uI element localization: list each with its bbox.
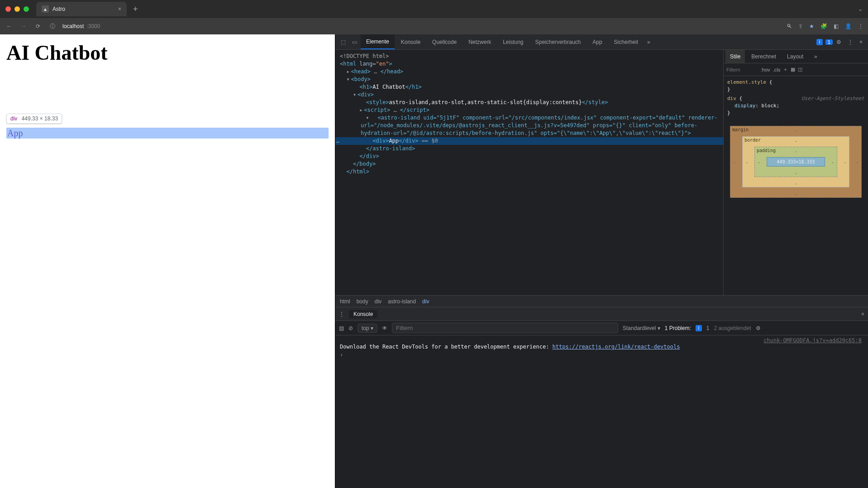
rule-selector: element.style — [727, 79, 766, 85]
new-style-rule-icon[interactable]: ＋ — [783, 66, 788, 73]
console-body[interactable]: chunk-OMFGODFA.js?v=add20c65:8 Download … — [335, 335, 868, 488]
tab-favicon: ▲ — [42, 5, 49, 13]
styles-tab-layout[interactable]: Layout — [782, 50, 808, 63]
rule-selector: div — [727, 96, 736, 101]
dom-h1-close: </h1> — [405, 84, 422, 90]
dom-selected-row[interactable]: … <div>App</div> == $0 — [335, 137, 723, 145]
close-tab-icon[interactable]: × — [118, 6, 121, 12]
inspect-tooltip: div 449.33 × 18.33 — [6, 114, 62, 124]
console-prompt[interactable]: › — [340, 350, 863, 358]
console-source-link[interactable]: chunk-OMFGODFA.js?v=add20c65:8 — [340, 337, 863, 344]
crumb-div[interactable]: div — [375, 298, 382, 305]
hov-toggle[interactable]: :hov — [761, 67, 770, 72]
site-info-icon[interactable]: ⓘ — [48, 23, 57, 30]
crumb-div-selected[interactable]: div — [422, 298, 429, 305]
drawer-menu-icon[interactable]: ⋮ — [339, 311, 344, 317]
tab-network[interactable]: Netzwerk — [463, 34, 496, 49]
issues-count[interactable]: 1 — [825, 39, 833, 45]
computed-toggle-icon[interactable]: ◫ — [798, 67, 802, 72]
dom-astro-close: </astro-island> — [366, 145, 415, 152]
live-expression-icon[interactable]: 👁 — [382, 325, 387, 331]
share-icon[interactable]: ⇪ — [798, 23, 803, 29]
console-msg-link[interactable]: https://reactjs.org/link/react-devtools — [553, 344, 680, 350]
issues-icon[interactable]: i — [816, 39, 823, 45]
device-toolbar-icon[interactable]: ▭ — [349, 39, 360, 45]
flex-editor-icon[interactable]: ▦ — [791, 67, 795, 72]
problem-icon[interactable]: i — [696, 325, 702, 331]
tab-sources[interactable]: Quellcode — [427, 34, 462, 49]
extensions-icon[interactable]: 🧩 — [820, 23, 827, 29]
tab-performance[interactable]: Leistung — [497, 34, 529, 49]
context-selector[interactable]: top ▾ — [358, 324, 377, 333]
bm-padding-label: padding — [757, 148, 776, 153]
styles-pane: Stile Berechnet Layout » :hov .cls ＋ ▦ ◫… — [723, 50, 868, 295]
styles-tabs: Stile Berechnet Layout » — [724, 50, 868, 63]
url-field[interactable]: localhost:3000 — [62, 23, 100, 29]
maximize-window-button[interactable] — [24, 6, 29, 12]
styles-tab-computed[interactable]: Berechnet — [747, 50, 781, 63]
box-model: margin ---- border ---- padding ---- 449… — [724, 120, 868, 204]
console-drawer-tab[interactable]: Konsole — [349, 310, 377, 318]
crumb-html[interactable]: html — [340, 298, 350, 305]
log-level-label: Standardlevel — [623, 325, 656, 331]
more-styles-tabs-icon[interactable]: » — [810, 50, 822, 63]
dom-sel-open: <div> — [372, 138, 389, 144]
profile-icon[interactable]: 👤 — [845, 23, 852, 29]
problem-label[interactable]: 1 Problem: — [665, 325, 691, 331]
tab-title: Astro — [52, 6, 65, 12]
reload-button[interactable]: ⟳ — [33, 23, 43, 29]
minimize-window-button[interactable] — [14, 6, 20, 12]
tab-memory[interactable]: Speicherverbrauch — [530, 34, 587, 49]
toolbar-right: 🔍︎ ⇪ ★ 🧩 ◧ 👤 ⋮ — [787, 23, 863, 29]
menu-icon[interactable]: ⋮ — [858, 23, 863, 29]
dom-body: <body> — [351, 76, 370, 82]
console-sidebar-icon[interactable]: ▤ — [339, 325, 344, 331]
console-filter-input[interactable] — [392, 323, 618, 333]
styles-rules[interactable]: element.style { } div {User-Agent-Styles… — [724, 76, 868, 120]
console-settings-icon[interactable]: ⚙ — [756, 325, 761, 331]
dom-h1-open: <h1> — [359, 84, 372, 90]
tab-overflow-icon[interactable]: ⌄ — [858, 6, 863, 12]
close-window-button[interactable] — [5, 6, 11, 12]
styles-filter-input[interactable] — [726, 67, 758, 72]
browser-tab[interactable]: ▲ Astro × — [36, 2, 127, 16]
problem-count: 1 — [706, 325, 710, 331]
close-drawer-icon[interactable]: × — [861, 311, 864, 317]
dom-html-close: </html> — [346, 168, 369, 175]
dom-tree[interactable]: <!DOCTYPE html> <html lang="en"> ▸<head>… — [335, 50, 723, 295]
url-bar: ← → ⟳ ⓘ localhost:3000 🔍︎ ⇪ ★ 🧩 ◧ 👤 ⋮ — [0, 18, 868, 34]
forward-button[interactable]: → — [19, 23, 28, 29]
new-tab-button[interactable]: + — [130, 5, 141, 14]
crumb-body[interactable]: body — [357, 298, 368, 305]
tab-console[interactable]: Konsole — [396, 34, 426, 49]
styles-tab-styles[interactable]: Stile — [725, 50, 745, 63]
dom-close: > — [389, 61, 392, 67]
clear-console-icon[interactable]: ⊘ — [348, 325, 353, 331]
tooltip-dimensions: 449.33 × 18.33 — [22, 115, 58, 122]
rule-source: User-Agent-Stylesheet — [801, 95, 864, 102]
console-message: Download the React DevTools for a better… — [340, 344, 863, 350]
page-heading: AI Chatbot — [6, 41, 329, 65]
log-level-selector[interactable]: Standardlevel ▾ — [623, 325, 660, 331]
console-header: ⋮ Konsole × — [335, 307, 868, 321]
more-tabs-icon[interactable]: » — [644, 39, 653, 45]
bm-content-size: 449.333×18.333 — [767, 157, 825, 167]
dom-div: <div> — [358, 91, 374, 98]
close-devtools-icon[interactable]: × — [857, 39, 865, 45]
console-toolbar: ▤ ⊘ top ▾ 👁 Standardlevel ▾ 1 Problem: i… — [335, 321, 868, 335]
hidden-count[interactable]: 2 ausgeblendet — [714, 325, 751, 331]
settings-icon[interactable]: ⚙ — [834, 39, 844, 45]
sidepanel-icon[interactable]: ◧ — [834, 23, 839, 29]
crumb-astro-island[interactable]: astro-island — [388, 298, 416, 305]
devtools-menu-icon[interactable]: ⋮ — [845, 39, 856, 45]
dom-attr-val: "en" — [376, 61, 389, 67]
tab-application[interactable]: App — [587, 34, 607, 49]
tab-security[interactable]: Sicherheit — [609, 34, 644, 49]
cls-toggle[interactable]: .cls — [773, 67, 781, 72]
context-label: top — [362, 325, 369, 331]
back-button[interactable]: ← — [5, 23, 14, 29]
tab-elements[interactable]: Elemente — [361, 34, 395, 49]
bookmark-icon[interactable]: ★ — [809, 23, 814, 29]
search-icon[interactable]: 🔍︎ — [787, 23, 792, 29]
inspect-element-icon[interactable]: ⬚ — [338, 39, 348, 45]
